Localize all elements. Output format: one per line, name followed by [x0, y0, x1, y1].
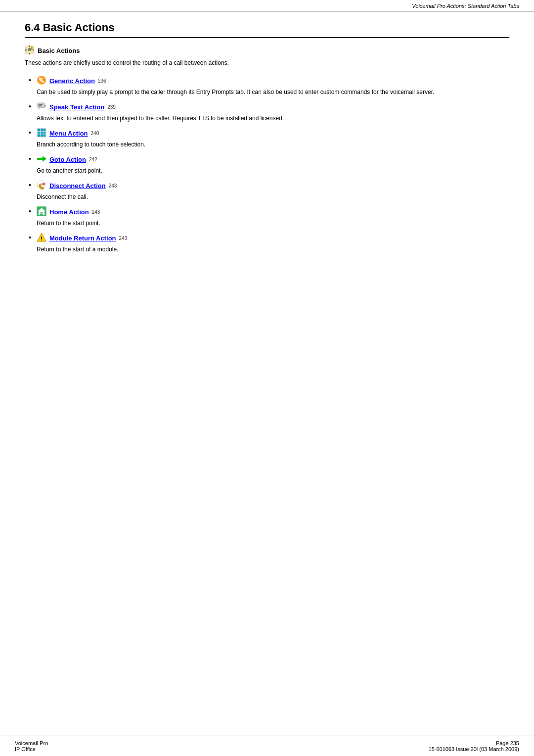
menu-action-desc: Branch according to touch tone selection…: [37, 141, 509, 148]
disconnect-action-desc: Disconnect the call.: [37, 193, 509, 200]
svg-marker-23: [43, 156, 46, 162]
disconnect-action-row: Disconnect Action 243: [37, 180, 509, 191]
section-intro: These actions are chiefly used to contro…: [25, 59, 509, 66]
footer-page-label: Page 235: [429, 740, 519, 746]
page-wrapper: Voicemail Pro Actions: Standard Action T…: [0, 0, 534, 756]
svg-rect-10: [39, 104, 43, 105]
list-item-home: 41 Home Action 243 Return to the start p…: [25, 206, 509, 227]
header-text: Voicemail Pro Actions: Standard Action T…: [412, 3, 519, 9]
svg-rect-5: [33, 49, 34, 50]
speak-text-action-page: 239: [107, 104, 116, 110]
actions-list: Generic Action 236 Can be used to simply…: [25, 75, 509, 253]
generic-action-icon: [37, 75, 46, 87]
footer-product: Voicemail Pro: [15, 740, 48, 746]
svg-text:41: 41: [39, 211, 43, 214]
list-item-module-return: Module Return Action 243 Return to the s…: [25, 233, 509, 253]
svg-rect-15: [44, 129, 46, 131]
svg-rect-7: [31, 48, 33, 50]
footer-sub-product: IP Office: [15, 746, 48, 752]
svg-rect-21: [44, 135, 46, 137]
list-item-menu: Menu Action 240 Branch according to touc…: [25, 128, 509, 148]
menu-action-row: Menu Action 240: [37, 128, 509, 139]
home-action-link[interactable]: Home Action: [49, 208, 89, 216]
section-title: 6.4 Basic Actions: [25, 21, 509, 38]
list-item-disconnect: Disconnect Action 243 Disconnect the cal…: [25, 180, 509, 200]
goto-action-page: 242: [89, 157, 97, 162]
module-return-action-link[interactable]: Module Return Action: [49, 235, 116, 242]
module-return-action-page: 243: [119, 236, 128, 241]
svg-rect-33: [41, 236, 42, 239]
svg-rect-4: [25, 49, 27, 50]
generic-action-desc: Can be used to simply play a prompt to t…: [37, 89, 509, 95]
generic-action-row: Generic Action 236: [37, 75, 509, 87]
menu-action-icon: [37, 128, 46, 139]
list-item-generic: Generic Action 236 Can be used to simply…: [25, 75, 509, 95]
speak-text-action-row: Speak Text Action 239: [37, 101, 509, 113]
svg-rect-13: [38, 129, 40, 131]
generic-action-link[interactable]: Generic Action: [49, 77, 95, 85]
svg-rect-20: [41, 135, 43, 137]
page-footer: Voicemail Pro IP Office Page 235 15-6010…: [0, 736, 534, 756]
basic-actions-icon: [25, 45, 35, 56]
section-heading-text: Basic Actions: [38, 47, 80, 54]
module-return-action-desc: Return to the start of a module.: [37, 246, 509, 253]
home-action-row: 41 Home Action 243: [37, 206, 509, 218]
svg-rect-3: [29, 53, 30, 54]
disconnect-action-icon: [37, 180, 46, 191]
main-content: 6.4 Basic Actions Basic: [0, 11, 534, 756]
svg-rect-22: [37, 158, 43, 160]
disconnect-action-page: 243: [109, 183, 117, 189]
goto-action-desc: Go to another start point.: [37, 167, 509, 174]
list-item-goto: Goto Action 242 Go to another start poin…: [25, 154, 509, 174]
svg-rect-11: [39, 105, 42, 106]
disconnect-action-link[interactable]: Disconnect Action: [49, 182, 106, 189]
svg-point-6: [31, 47, 33, 48]
svg-rect-17: [41, 132, 43, 134]
speak-text-action-icon: [37, 101, 46, 113]
footer-left: Voicemail Pro IP Office: [15, 740, 48, 752]
footer-issue: 15-601063 Issue 20l (03 March 2009): [429, 746, 519, 752]
home-action-page: 243: [92, 209, 100, 215]
menu-action-link[interactable]: Menu Action: [49, 130, 88, 137]
svg-rect-18: [44, 132, 46, 134]
footer-right: Page 235 15-601063 Issue 20l (03 March 2…: [429, 740, 519, 752]
svg-point-34: [41, 239, 42, 240]
goto-action-icon: [37, 154, 46, 165]
module-return-action-row: Module Return Action 243: [37, 233, 509, 244]
list-item-speak-text: Speak Text Action 239 Allows text to ent…: [25, 101, 509, 122]
generic-action-page: 236: [98, 78, 106, 84]
page-header: Voicemail Pro Actions: Standard Action T…: [0, 0, 534, 11]
goto-action-link[interactable]: Goto Action: [49, 156, 86, 163]
svg-rect-2: [29, 46, 30, 47]
svg-rect-16: [38, 132, 40, 134]
svg-rect-19: [38, 135, 40, 137]
module-return-action-icon: [37, 233, 46, 244]
home-action-desc: Return to the start point.: [37, 220, 509, 227]
home-action-icon: 41: [37, 206, 46, 218]
goto-action-row: Goto Action 242: [37, 154, 509, 165]
speak-text-action-link[interactable]: Speak Text Action: [49, 103, 104, 111]
speak-text-action-desc: Allows text to entered and then played t…: [37, 115, 509, 122]
menu-action-page: 240: [91, 131, 99, 136]
svg-rect-14: [41, 129, 43, 131]
section-heading: Basic Actions: [25, 45, 509, 56]
